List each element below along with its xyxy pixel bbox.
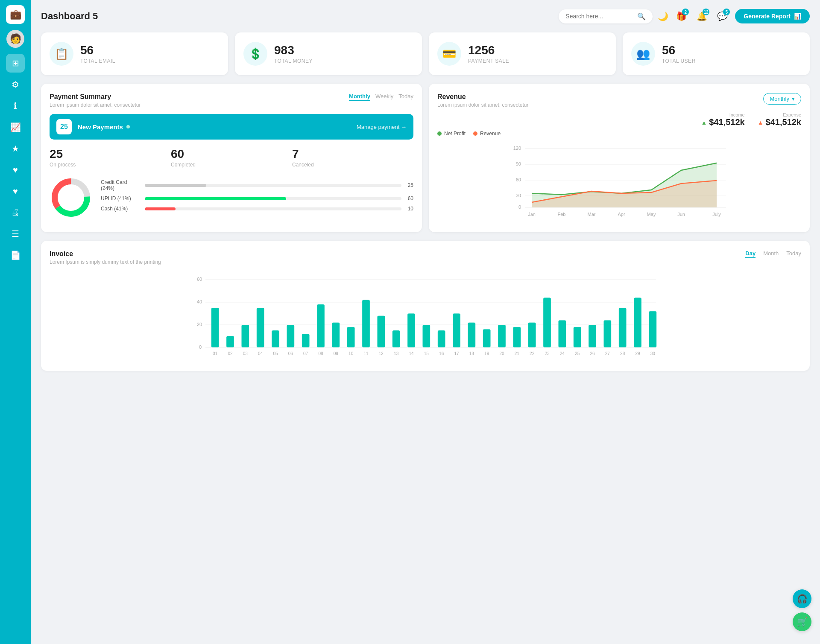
invoice-tab-today[interactable]: Today (786, 250, 801, 258)
bar-24 (559, 320, 566, 347)
svg-text:Feb: Feb (558, 212, 566, 217)
bar-label-04: 04 (258, 351, 263, 356)
bar-label-02: 02 (228, 351, 233, 356)
float-btn-cart[interactable]: 🛒 (793, 612, 811, 631)
stats-row: 📋 56 TOTAL EMAIL 💲 983 TOTAL MONEY 💳 125… (41, 32, 810, 75)
bar-16 (438, 330, 445, 347)
main-content: Dashboard 5 🔍 🌙 🎁 2 🔔 12 💬 5 Generate Re… (31, 0, 820, 644)
bar-label-21: 21 (515, 351, 520, 356)
chat-btn[interactable]: 💬 5 (715, 9, 730, 24)
print-icon: 🖨 (11, 208, 20, 218)
theme-toggle-icon[interactable]: 🌙 (658, 11, 668, 21)
revenue-subtitle: Lorem ipsum dolor sit amet, consectetur (437, 102, 528, 108)
svg-text:60: 60 (197, 277, 202, 282)
sidebar-item-info[interactable]: ℹ (6, 96, 25, 115)
payment-summary-tabs: Monthly Weekly Today (349, 93, 413, 101)
metric-on-process: 25 On process (50, 147, 171, 168)
bar-20 (498, 325, 506, 347)
bar-21 (513, 327, 521, 347)
sidebar-item-chart[interactable]: 📈 (6, 118, 25, 137)
bar-label-28: 28 (620, 351, 625, 356)
stat-num-user: 56 (662, 44, 696, 57)
income-expense-row: Income ▲ $41,512k Expense ▲ $41,512k (437, 112, 801, 127)
bar-label-20: 20 (499, 351, 504, 356)
search-input[interactable] (565, 13, 634, 20)
bar-label-24: 24 (560, 351, 565, 356)
search-icon[interactable]: 🔍 (637, 12, 646, 20)
invoice-tab-month[interactable]: Month (763, 250, 779, 258)
bar-label-17: 17 (454, 351, 459, 356)
revenue-card: Revenue Lorem ipsum dolor sit amet, cons… (429, 84, 810, 232)
metric-num-completed: 60 (171, 147, 292, 161)
bar-label-26: 26 (590, 351, 595, 356)
svg-point-3 (59, 186, 83, 210)
chart-icon: 📈 (10, 122, 21, 132)
metrics-row: 25 On process 60 Completed 7 Canceled (50, 147, 413, 168)
bar-label-29: 29 (635, 351, 640, 356)
stat-label-user: TOTAL USER (662, 58, 696, 64)
stat-num-money: 983 (274, 44, 313, 57)
bar-11 (362, 300, 370, 347)
sidebar-item-print[interactable]: 🖨 (6, 203, 25, 222)
stat-info-money: 983 TOTAL MONEY (274, 44, 313, 64)
bar-05 (272, 330, 279, 347)
tab-today[interactable]: Today (398, 93, 413, 101)
bar-label-23: 23 (545, 351, 550, 356)
svg-text:Jan: Jan (528, 212, 536, 217)
tab-weekly[interactable]: Weekly (375, 93, 393, 101)
stat-card-user: 👥 56 TOTAL USER (623, 32, 810, 75)
bar-19 (483, 329, 491, 347)
user-avatar[interactable]: 🧑 (6, 30, 24, 48)
stat-info-email: 56 TOTAL EMAIL (80, 44, 115, 64)
search-box: 🔍 (559, 9, 653, 23)
stat-icon-user: 👥 (631, 42, 655, 66)
payment-summary-subtitle: Lorem ipsum dolor sit amet, consectetur (50, 102, 141, 108)
stat-label-payment: PAYMENT SALE (468, 58, 509, 64)
info-icon: ℹ (14, 101, 17, 111)
bar-01 (211, 308, 219, 347)
sidebar-item-list[interactable]: 📄 (6, 246, 25, 265)
metric-label-completed: Completed (171, 162, 292, 168)
pb-label-upi: UPI ID (41%) (101, 195, 141, 201)
dashboard-icon: ⊞ (12, 58, 19, 68)
gift-badge: 2 (682, 9, 689, 15)
bar-label-30: 30 (650, 351, 656, 356)
sidebar-item-menu[interactable]: ☰ (6, 224, 25, 243)
cart-icon: 🛒 (797, 617, 808, 627)
manage-payment-link[interactable]: Manage payment → (357, 124, 407, 130)
metric-label-onprocess: On process (50, 162, 171, 168)
bell-btn[interactable]: 🔔 12 (694, 9, 709, 24)
expense-amount: $41,512k (766, 117, 801, 127)
sidebar-logo[interactable]: 💼 (6, 5, 25, 24)
sidebar: 💼 🧑 ⊞ ⚙ ℹ 📈 ★ ♥ ♥ 🖨 ☰ 📄 (0, 0, 31, 644)
stat-num-payment: 1256 (468, 44, 509, 57)
pb-val-upi: 60 (405, 195, 413, 201)
expense-label: Expense (758, 112, 801, 117)
sidebar-item-star[interactable]: ★ (6, 139, 25, 158)
sidebar-item-settings[interactable]: ⚙ (6, 75, 25, 94)
bar-07 (302, 334, 310, 347)
tab-monthly[interactable]: Monthly (349, 93, 370, 101)
bell-badge: 12 (703, 9, 709, 15)
headset-icon: 🎧 (797, 594, 808, 604)
sidebar-item-dashboard[interactable]: ⊞ (6, 54, 25, 73)
sidebar-item-heart1[interactable]: ♥ (6, 160, 25, 179)
bar-03 (242, 325, 249, 347)
bar-14 (407, 314, 415, 348)
bar-label-14: 14 (409, 351, 414, 356)
stat-icon-payment: 💳 (437, 42, 461, 66)
income-value: ▲ $41,512k (701, 117, 744, 127)
header-actions: 🔍 🌙 🎁 2 🔔 12 💬 5 Generate Report 📊 (559, 9, 810, 24)
bar-28 (619, 308, 627, 347)
bar-30 (649, 311, 657, 347)
invoice-tab-day[interactable]: Day (745, 250, 756, 258)
bar-29 (634, 297, 641, 347)
generate-report-button[interactable]: Generate Report 📊 (735, 9, 810, 23)
sidebar-item-heart2[interactable]: ♥ (6, 182, 25, 201)
gift-btn[interactable]: 🎁 2 (674, 9, 689, 24)
float-btn-headset[interactable]: 🎧 (793, 589, 811, 608)
revenue-monthly-btn[interactable]: Monthly ▾ (763, 93, 801, 105)
svg-text:40: 40 (197, 299, 202, 304)
svg-text:Apr: Apr (618, 212, 625, 217)
bar-label-05: 05 (273, 351, 278, 356)
